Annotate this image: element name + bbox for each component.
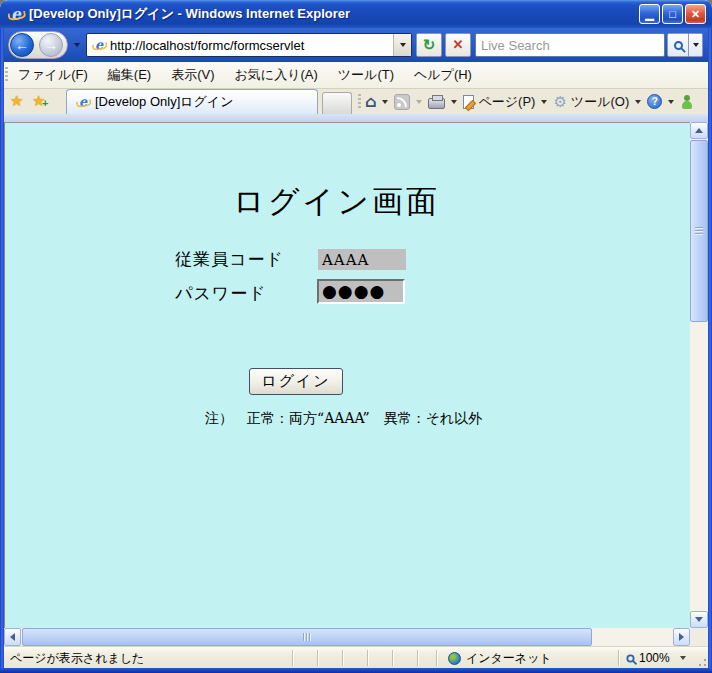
scroll-right-button[interactable] [673, 628, 690, 646]
statusbar-separator [618, 650, 619, 666]
close-button[interactable]: ✕ [685, 4, 706, 24]
new-tab-button[interactable] [322, 92, 352, 114]
address-dropdown-button[interactable] [393, 34, 411, 56]
print-dropdown-icon[interactable] [451, 100, 457, 104]
window-border-right [708, 28, 712, 673]
back-button[interactable]: ← [10, 33, 34, 57]
menu-tools[interactable]: ツール(T) [328, 62, 404, 88]
minimize-button[interactable]: ▁ [639, 4, 660, 24]
employee-code-label: 従業員コード [175, 248, 284, 271]
window-border-bottom [0, 668, 712, 673]
search-icon [674, 41, 683, 50]
employee-code-input[interactable] [318, 249, 406, 270]
tab-title: [Develop Only]ログイン [95, 93, 233, 111]
print-icon[interactable] [428, 98, 445, 109]
title-bar[interactable]: e [Develop Only]ログイン - Windows Internet … [0, 0, 712, 28]
scroll-left-button[interactable] [4, 628, 21, 646]
command-toolbar: ⌂ ページ(P) ⚙ ツール(O) ? [358, 89, 694, 114]
page-favicon-icon: e [92, 38, 106, 52]
window-border-left [0, 28, 4, 673]
resize-grip[interactable] [697, 657, 707, 667]
page-title: ログイン画面 [233, 181, 440, 223]
statusbar-separator [436, 650, 437, 666]
menu-edit[interactable]: 編集(E) [98, 62, 161, 88]
add-favorite-icon[interactable]: ★ [32, 92, 45, 110]
tab-bar: ★ ★ e [Develop Only]ログイン ⌂ ページ(P) ⚙ ツール(… [0, 89, 712, 114]
tools-gear-icon[interactable]: ⚙ [553, 93, 566, 111]
security-zone: インターネット [448, 647, 552, 669]
tab-strip-divider [0, 114, 712, 122]
tab-develop-only-login[interactable]: e [Develop Only]ログイン [66, 89, 318, 114]
tools-menu-label[interactable]: ツール(O) [571, 93, 629, 111]
zoom-magnifier-icon [626, 654, 634, 662]
internet-zone-icon [448, 652, 461, 665]
window-controls: ▁ □ ✕ [639, 4, 706, 24]
horizontal-scroll-thumb[interactable] [22, 628, 592, 646]
zoom-level: 100% [639, 651, 670, 665]
scroll-up-icon [695, 128, 703, 133]
vertical-scrollbar[interactable] [690, 122, 708, 628]
forward-button[interactable]: → [39, 33, 63, 57]
address-input[interactable] [110, 35, 393, 55]
search-button[interactable] [667, 33, 689, 57]
statusbar-separator [392, 650, 393, 666]
scroll-down-button[interactable] [690, 611, 708, 628]
search-input[interactable] [481, 38, 664, 53]
horizontal-scrollbar[interactable] [4, 628, 690, 646]
navigation-bar: ← → e ↻ ✕ [0, 28, 712, 62]
toolbar-grip-handle[interactable] [358, 94, 361, 110]
thumb-grip [303, 633, 311, 641]
scroll-right-icon [679, 633, 684, 641]
menu-help[interactable]: ヘルプ(H) [404, 62, 482, 88]
ie-logo-icon: e [8, 6, 24, 22]
help-dropdown-icon[interactable] [668, 100, 674, 104]
page-content: ログイン画面 従業員コード パスワード ●●●● ログイン 注） 正常：両方“A… [4, 122, 690, 628]
scroll-up-button[interactable] [690, 122, 708, 139]
window-title: [Develop Only]ログイン - Windows Internet Ex… [29, 5, 350, 23]
password-input[interactable]: ●●●● [317, 279, 405, 304]
statusbar-separator [417, 650, 418, 666]
password-label: パスワード [175, 282, 267, 305]
statusbar-separator [317, 650, 318, 666]
menu-bar: ファイル(F) 編集(E) 表示(V) お気に入り(A) ツール(T) ヘルプ(… [0, 62, 712, 89]
status-message: ページが表示されました [10, 647, 144, 669]
page-menu-label[interactable]: ページ(P) [478, 93, 535, 111]
home-dropdown-icon[interactable] [382, 100, 388, 104]
thumb-grip [695, 227, 703, 235]
login-button[interactable]: ログイン [249, 368, 343, 395]
rss-feed-icon[interactable] [394, 94, 410, 110]
zoom-control[interactable]: 100% [626, 647, 686, 669]
statusbar-separator [292, 650, 293, 666]
zone-label: インターネット [466, 650, 552, 667]
statusbar-separator [342, 650, 343, 666]
search-box[interactable] [475, 33, 665, 57]
menu-file[interactable]: ファイル(F) [8, 62, 98, 88]
refresh-button[interactable]: ↻ [416, 33, 442, 57]
statusbar-separator [367, 650, 368, 666]
tab-favicon-icon: e [76, 95, 90, 109]
history-dropdown-icon[interactable] [74, 43, 80, 47]
maximize-button[interactable]: □ [662, 4, 683, 24]
page-icon[interactable] [463, 95, 474, 109]
address-bar[interactable]: e [86, 33, 412, 57]
favorites-center-icon[interactable]: ★ [10, 92, 23, 110]
page-dropdown-icon[interactable] [541, 100, 547, 104]
scroll-left-icon [10, 633, 15, 641]
messenger-icon[interactable] [680, 94, 694, 110]
login-note: 注） 正常：両方“AAAA” 異常：それ以外 [205, 410, 482, 428]
scroll-down-icon [695, 617, 703, 622]
zoom-dropdown-icon[interactable] [680, 656, 686, 660]
vertical-scroll-thumb[interactable] [690, 140, 708, 322]
menu-view[interactable]: 表示(V) [161, 62, 224, 88]
feed-dropdown-icon [416, 100, 422, 104]
stop-button[interactable]: ✕ [445, 33, 471, 57]
home-icon[interactable]: ⌂ [365, 93, 376, 111]
menu-favorites[interactable]: お気に入り(A) [225, 62, 328, 88]
nav-button-group: ← → [8, 31, 68, 59]
status-bar: ページが表示されました インターネット 100% [4, 646, 708, 668]
scrollbar-corner [690, 628, 708, 646]
browser-window: e [Develop Only]ログイン - Windows Internet … [0, 0, 712, 673]
search-options-button[interactable] [689, 33, 703, 57]
help-icon[interactable]: ? [647, 94, 662, 109]
tools-dropdown-icon[interactable] [635, 100, 641, 104]
